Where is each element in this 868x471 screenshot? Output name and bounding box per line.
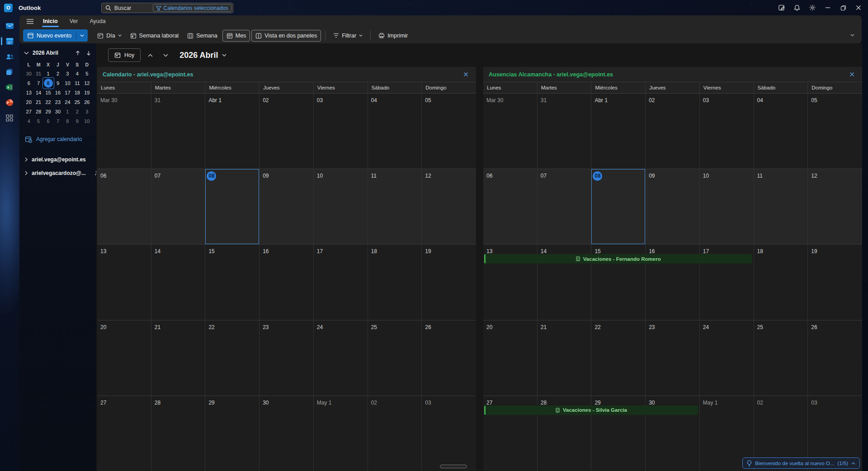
- mini-calendar-day[interactable]: 12: [82, 79, 91, 88]
- mini-calendar-day[interactable]: 7: [53, 117, 62, 126]
- calendar-cell[interactable]: 19: [808, 245, 862, 320]
- mini-calendar-day[interactable]: 21: [34, 98, 43, 107]
- day-view-button[interactable]: Día: [94, 30, 125, 42]
- calendar-cell[interactable]: 06: [483, 169, 538, 244]
- calendar-cell[interactable]: 09: [646, 169, 700, 244]
- calendar-cell[interactable]: 31: [538, 94, 592, 169]
- hamburger-menu-icon[interactable]: [23, 17, 37, 27]
- calendar-cell[interactable]: 08: [205, 169, 259, 244]
- prev-period-chevron-icon[interactable]: [144, 49, 156, 61]
- calendar-cell[interactable]: 25: [754, 320, 808, 396]
- panel-close-icon[interactable]: [847, 70, 857, 80]
- settings-gear-icon[interactable]: [805, 0, 820, 15]
- calendar-cell[interactable]: 18: [368, 245, 422, 320]
- calendar-cell[interactable]: 04: [754, 94, 808, 169]
- calendar-cell[interactable]: 24: [314, 320, 368, 396]
- mini-calendar-day[interactable]: 3: [63, 69, 72, 78]
- calendar-cell[interactable]: 12: [808, 169, 862, 244]
- tab-inicio[interactable]: Inicio: [38, 16, 63, 27]
- week-view-button[interactable]: Semana: [184, 30, 221, 42]
- calendar-icon[interactable]: [0, 33, 19, 49]
- event-bar[interactable]: Vacaciones - Fernando Romero: [484, 254, 752, 264]
- close-icon[interactable]: [851, 0, 866, 15]
- mini-calendar-day[interactable]: 14: [34, 88, 43, 97]
- calendar-cell[interactable]: 22: [205, 320, 259, 396]
- calendar-cell[interactable]: 05: [808, 94, 862, 169]
- calendar-cell[interactable]: 17: [314, 245, 368, 320]
- calendar-cell[interactable]: 12: [422, 169, 476, 244]
- mini-calendar-day[interactable]: 2: [53, 69, 62, 78]
- mini-calendar-day[interactable]: 6: [44, 117, 53, 126]
- today-button[interactable]: Hoy: [108, 48, 141, 62]
- calendar-cell[interactable]: 26: [808, 320, 862, 396]
- calendar-cell[interactable]: 09: [259, 169, 314, 244]
- welcome-teaching-callout[interactable]: Bienvenido de vuelta al nuevo O... (1/5): [742, 457, 860, 469]
- calendar-cell[interactable]: Mar 30: [97, 94, 151, 169]
- calendar-cell[interactable]: 21: [151, 320, 206, 396]
- mini-calendar-day[interactable]: 15: [44, 88, 53, 97]
- people-icon[interactable]: [0, 49, 19, 64]
- calendar-cell[interactable]: 05: [422, 94, 476, 169]
- mini-calendar-day[interactable]: 23: [53, 98, 62, 107]
- mini-calendar-day[interactable]: 10: [82, 117, 91, 126]
- mini-calendar-day[interactable]: 7: [34, 79, 43, 88]
- mini-calendar-day[interactable]: 2: [73, 107, 82, 116]
- calendar-cell[interactable]: 02: [646, 94, 700, 169]
- mini-calendar-day[interactable]: 9: [53, 79, 62, 88]
- mini-calendar-day[interactable]: 22: [44, 98, 53, 107]
- calendar-cell[interactable]: 11: [754, 169, 808, 244]
- mini-calendar-day[interactable]: 30: [24, 69, 33, 78]
- mini-calendar-day[interactable]: 17: [63, 88, 72, 97]
- mini-calendar-day[interactable]: 4: [73, 69, 82, 78]
- calendar-cell[interactable]: 30: [259, 396, 314, 471]
- calendar-cell[interactable]: 06: [97, 169, 151, 244]
- selected-calendars-filter-button[interactable]: Calendarios seleccionados: [153, 4, 231, 12]
- mini-calendar-day[interactable]: 20: [24, 98, 33, 107]
- calendar-cell[interactable]: 31: [151, 94, 206, 169]
- calendar-cell[interactable]: 20: [483, 320, 538, 396]
- more-apps-icon[interactable]: [0, 110, 19, 126]
- new-event-button[interactable]: Nuevo evento: [23, 29, 88, 42]
- mini-calendar-day[interactable]: 8: [44, 79, 53, 88]
- horizontal-scrollbar[interactable]: [440, 465, 467, 468]
- restore-icon[interactable]: [835, 0, 851, 15]
- mini-calendar-day[interactable]: 5: [34, 117, 43, 126]
- new-event-chevron-icon[interactable]: [76, 29, 88, 42]
- groups-icon[interactable]: [0, 64, 19, 80]
- mini-calendar-day[interactable]: 10: [63, 79, 72, 88]
- ribbon-collapse-chevron-icon[interactable]: [847, 31, 857, 40]
- mini-calendar-day[interactable]: 13: [24, 88, 33, 97]
- mini-calendar-day[interactable]: 18: [73, 88, 82, 97]
- calendar-cell[interactable]: 03: [422, 396, 476, 471]
- calendar-cell[interactable]: 19: [422, 245, 476, 320]
- mini-calendar-day[interactable]: 9: [73, 117, 82, 126]
- calendar-cell[interactable]: 28: [151, 396, 206, 471]
- month-view-button[interactable]: Mes: [222, 30, 250, 42]
- calendar-cell[interactable]: 16: [259, 245, 314, 320]
- print-button[interactable]: Imprimir: [375, 30, 411, 42]
- calendar-cell[interactable]: 02: [259, 94, 314, 169]
- calendar-cell[interactable]: 07: [538, 169, 592, 244]
- mini-calendar-day[interactable]: 29: [44, 107, 53, 116]
- mini-calendar-day[interactable]: 26: [82, 98, 91, 107]
- mini-calendar-day[interactable]: 31: [34, 69, 43, 78]
- calendar-cell[interactable]: 26: [422, 320, 476, 396]
- calendar-cell[interactable]: 03: [700, 94, 754, 169]
- excel-icon[interactable]: X: [0, 80, 19, 95]
- calendar-cell[interactable]: 07: [151, 169, 206, 244]
- calendar-cell[interactable]: 15: [205, 245, 259, 320]
- calendar-cell[interactable]: 20: [97, 320, 151, 396]
- calendar-cell[interactable]: 22: [591, 320, 646, 396]
- calendar-cell[interactable]: 10: [700, 169, 754, 244]
- mini-calendar-day[interactable]: 25: [73, 98, 82, 107]
- account-item[interactable]: arielvegacardozo@...: [19, 166, 96, 180]
- mini-calendar-day[interactable]: 6: [24, 79, 33, 88]
- mini-calendar-day[interactable]: 30: [53, 107, 62, 116]
- mini-calendar-day[interactable]: 3: [82, 107, 91, 116]
- next-period-chevron-icon[interactable]: [160, 49, 171, 61]
- calendar-cell[interactable]: 02: [368, 396, 422, 471]
- tab-ayuda[interactable]: Ayuda: [84, 16, 111, 27]
- work-week-view-button[interactable]: Semana laboral: [127, 30, 183, 42]
- calendar-cell[interactable]: May 1: [314, 396, 368, 471]
- mini-calendar-day[interactable]: 1: [44, 69, 53, 78]
